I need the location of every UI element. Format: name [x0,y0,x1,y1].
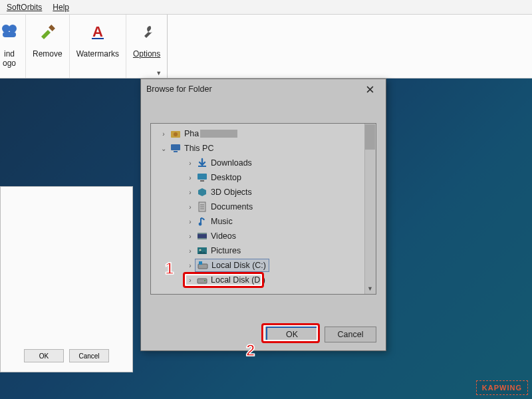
toolbar-remove-button[interactable]: Remove [26,15,70,78]
svg-rect-9 [174,151,178,152]
this-pc-icon [170,142,182,154]
svg-rect-16 [198,233,207,234]
annotation-marker-2: 2 [246,341,255,359]
background-dialog-ok[interactable]: OK [24,349,64,362]
toolbar-find-logo-button[interactable]: indogo [0,15,26,78]
folder-tree[interactable]: › Pha ⌄ This PC › Downloads [150,123,376,295]
brush-icon [37,19,57,45]
toolbar-watermarks-button[interactable]: A Watermarks [70,15,126,78]
tree-node-videos[interactable]: › Videos [151,229,364,243]
toolbar-options-label: Options [133,49,160,59]
redacted-text [200,130,237,138]
toolbar-find-logo-label: indogo [3,49,16,68]
drive-os-icon [197,259,209,271]
tree-label: Local Disk (C:) [211,261,266,270]
tree-node-this-pc[interactable]: ⌄ This PC [151,141,364,156]
svg-rect-21 [199,261,202,265]
menu-softorbits[interactable]: SoftOrbits [1,1,47,13]
svg-rect-5 [92,38,104,39]
svg-rect-2 [3,32,16,37]
tree-node-local-disk-c[interactable]: › Local Disk (C:) [151,258,364,273]
svg-rect-11 [198,174,207,180]
tree-node-downloads[interactable]: › Downloads [151,156,364,170]
scrollbar-down-icon[interactable]: ▼ [364,283,376,294]
tree-label: Music [211,217,233,226]
objects-icon [196,186,208,198]
tree-label: Documents [211,202,253,211]
chevron-right-icon[interactable]: › [186,218,195,225]
tree-label: Pictures [211,246,241,255]
toolbar-remove-label: Remove [33,49,63,59]
tree-label: Desktop [211,173,241,182]
background-dialog-cancel[interactable]: Cancel [69,349,109,362]
dialog-title: Browse for Folder [146,84,212,94]
cancel-button[interactable]: Cancel [325,327,376,342]
chevron-right-icon[interactable]: › [186,262,195,269]
tree-node-pictures[interactable]: › Pictures [151,243,364,258]
toolbar-options-button[interactable]: Options ▼ [126,15,168,78]
dialog-close-button[interactable] [359,82,380,96]
svg-point-14 [199,223,202,226]
svg-point-7 [174,132,178,136]
tree-node-user[interactable]: › Pha [151,126,364,141]
svg-rect-22 [198,279,207,283]
svg-rect-20 [198,264,207,269]
music-icon [196,215,208,227]
chevron-right-icon[interactable]: › [186,233,195,240]
chevron-right-icon[interactable]: › [186,203,195,211]
chevron-right-icon[interactable]: › [186,174,195,182]
svg-rect-12 [200,180,204,182]
svg-rect-3 [49,25,55,31]
ok-button[interactable]: OK [266,327,318,342]
annotation-marker-1: 1 [165,259,174,277]
svg-point-23 [204,280,205,281]
downloads-icon [196,157,208,169]
chevron-right-icon[interactable]: › [186,189,195,196]
svg-text:A: A [92,23,103,40]
tree-node-3d-objects[interactable]: › 3D Objects [151,185,364,200]
menu-help[interactable]: Help [47,1,74,13]
tree-node-this-pc-label: This PC [184,144,213,153]
svg-rect-8 [171,144,180,150]
tree-node-desktop[interactable]: › Desktop [151,170,364,185]
tree-label: Local Disk (D:) [211,275,265,285]
app-menubar: SoftOrbits Help [0,0,532,15]
chevron-right-icon[interactable]: › [186,160,195,167]
dropdown-caret-icon: ▼ [156,70,162,76]
chevron-right-icon[interactable]: › [186,277,195,284]
tree-node-local-disk-d[interactable]: › Local Disk (D:) [151,273,364,287]
tree-node-user-label: Pha [184,129,199,138]
kapwing-watermark: KAPWING [476,380,528,395]
desktop-icon [196,172,208,184]
dialog-titlebar: Browse for Folder [141,79,386,99]
videos-icon [196,230,208,242]
tree-label: Videos [211,231,236,241]
chevron-right-icon[interactable]: › [159,130,168,138]
background-dialog: OK Cancel [0,186,133,372]
tree-label: Downloads [211,158,252,168]
tree-scrollbar[interactable]: ▲ ▼ [364,124,376,294]
dialog-button-row: OK Cancel [141,319,386,350]
documents-icon [196,201,208,213]
browse-for-folder-dialog: Browse for Folder › Pha ⌄ This PC [140,78,386,351]
toolbar-ribbon: indogo Remove A Watermarks Options ▼ [0,15,532,78]
user-folder-icon [170,128,182,140]
letter-a-icon: A [88,19,108,45]
joystick-icon [0,19,19,45]
tree-label: 3D Objects [211,188,252,197]
toolbar-watermarks-label: Watermarks [76,49,119,59]
svg-point-1 [9,25,17,33]
svg-rect-10 [198,166,206,167]
svg-rect-17 [198,238,207,239]
tree-node-documents[interactable]: › Documents [151,200,364,214]
tree-node-music[interactable]: › Music [151,214,364,229]
scrollbar-thumb[interactable] [365,124,375,150]
chevron-down-icon[interactable]: ⌄ [159,145,168,152]
close-icon [366,86,374,93]
chevron-right-icon[interactable]: › [186,247,195,255]
pictures-icon [196,245,208,257]
wrench-icon [137,19,157,45]
drive-icon [196,274,208,286]
